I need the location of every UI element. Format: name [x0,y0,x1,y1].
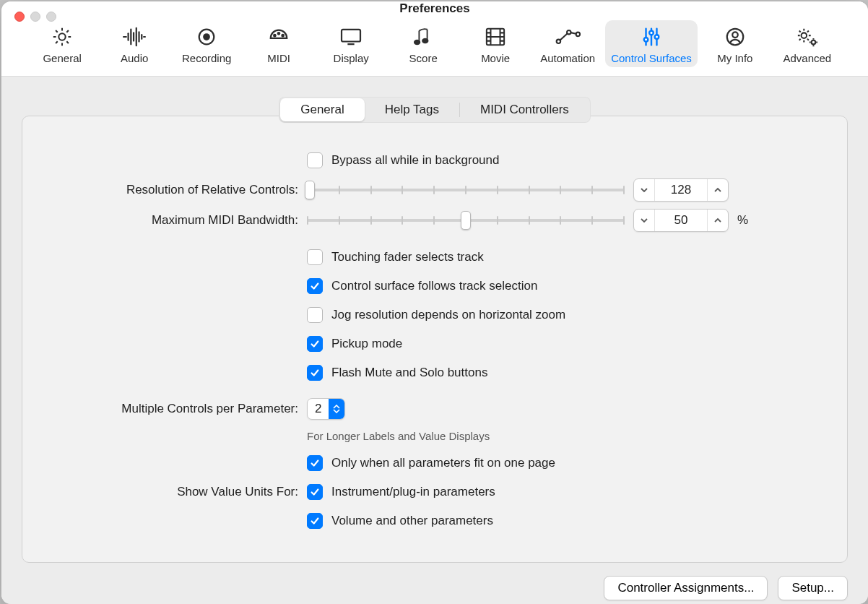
toolbar-tab-control-surfaces[interactable]: Control Surfaces [605,20,698,67]
titlebar: Preferences [1,1,868,16]
waveform-icon [121,26,147,48]
svg-point-42 [732,32,738,38]
toolbar-tab-label: Display [334,52,369,64]
svg-point-19 [422,39,428,43]
toolbar-tab-midi[interactable]: MIDI [244,20,313,67]
toolbar-tab-recording[interactable]: Recording [172,20,241,67]
svg-rect-14 [342,30,360,42]
window-title: Preferences [399,1,469,16]
toolbar-tab-label: General [43,52,81,64]
window-controls [14,12,56,22]
flash-mute-solo-checkbox[interactable] [307,365,323,381]
units-volume-label: Volume and other parameters [331,514,493,528]
multi-per-param-value: 2 [308,402,329,416]
subtab-help-tags[interactable]: Help Tags [365,98,459,121]
max-midi-bandwidth-unit: % [737,213,748,228]
settings-panel: Bypass all while in background Resolutio… [22,116,848,563]
resolution-relative-stepper[interactable]: 128 [633,178,729,202]
multi-per-param-popup[interactable]: 2 [307,398,345,420]
toolbar-tab-audio[interactable]: Audio [100,20,169,67]
svg-line-34 [571,33,576,34]
zoom-button[interactable] [46,12,56,22]
toolbar-tab-label: My Info [717,52,752,64]
gear-icon [49,26,75,48]
only-when-fit-checkbox[interactable] [307,455,323,471]
toolbar-tab-label: Audio [121,52,148,64]
touch-fader-label: Touching fader selects track [331,250,484,264]
resolution-relative-value: 128 [654,179,708,201]
setup-button[interactable]: Setup... [778,576,848,600]
svg-point-11 [274,35,275,36]
toolbar-tab-automation[interactable]: Automation [533,20,602,67]
stepper-decrement-icon[interactable] [634,179,654,201]
preferences-window: Preferences General [1,1,868,604]
toolbar-tab-label: Control Surfaces [611,52,692,64]
flash-mute-solo-label: Flash Mute and Solo buttons [331,366,487,380]
max-midi-bandwidth-stepper[interactable]: 50 [633,209,729,232]
svg-point-36 [644,38,648,42]
toolbar-tab-label: Score [409,52,438,64]
units-instrument-checkbox[interactable] [307,484,323,500]
units-volume-checkbox[interactable] [307,513,323,529]
bypass-background-checkbox[interactable] [307,152,323,168]
show-value-units-label: Show Value Units For: [45,485,307,499]
display-icon [338,26,364,48]
music-notes-icon [410,26,436,48]
film-icon [482,26,508,48]
toolbar-tab-general[interactable]: General [27,20,97,67]
controller-assignments-button[interactable]: Controller Assignments... [604,576,768,600]
max-midi-bandwidth-value: 50 [654,210,708,231]
pickup-mode-checkbox[interactable] [307,336,323,352]
jog-resolution-checkbox[interactable] [307,307,323,323]
jog-resolution-label: Jog resolution depends on horizontal zoo… [331,308,565,322]
svg-point-13 [282,35,284,36]
sliders-icon [638,26,664,48]
only-when-fit-label: Only when all parameters fit on one page [331,456,555,470]
toolbar-tab-advanced[interactable]: Advanced [773,20,842,67]
toolbar-tab-label: Recording [182,52,231,64]
multi-per-param-label: Multiple Controls per Parameter: [45,402,307,416]
max-midi-bandwidth-label: Maximum MIDI Bandwidth: [45,213,307,228]
touch-fader-checkbox[interactable] [307,249,323,265]
toolbar-tab-label: MIDI [267,52,290,64]
subtab-midi-controllers[interactable]: MIDI Controllers [460,98,589,121]
close-button[interactable] [14,12,25,22]
svg-point-12 [278,33,279,34]
person-circle-icon [722,26,748,48]
toolbar-tab-movie[interactable]: Movie [461,20,530,67]
svg-point-10 [204,34,209,40]
units-instrument-label: Instrument/plug-in parameters [331,485,495,499]
bottom-actions: Controller Assignments... Setup... [22,576,848,600]
automation-icon [555,26,581,48]
follow-track-checkbox[interactable] [307,278,323,294]
preferences-toolbar: General Audio [1,16,868,77]
toolbar-tab-my-info[interactable]: My Info [700,20,770,67]
pickup-mode-label: Pickup mode [331,337,402,351]
multi-per-param-hint: For Longer Labels and Value Displays [307,430,490,442]
toolbar-tab-score[interactable]: Score [389,20,458,67]
toolbar-tab-label: Movie [481,52,510,64]
svg-point-0 [58,33,65,40]
max-midi-bandwidth-slider[interactable] [307,211,625,230]
resolution-relative-label: Resolution of Relative Controls: [45,183,307,197]
svg-point-44 [811,40,815,45]
svg-point-18 [415,40,420,45]
stepper-increment-icon[interactable] [708,210,728,231]
svg-point-30 [557,40,560,43]
follow-track-label: Control surface follows track selection [331,279,537,293]
gears-icon [794,26,820,48]
svg-point-43 [801,33,807,38]
resolution-relative-slider[interactable] [307,181,625,199]
subtab-general[interactable]: General [280,98,364,121]
svg-point-32 [576,33,580,36]
toolbar-tab-label: Automation [540,52,595,64]
record-icon [194,26,220,48]
svg-line-33 [560,34,568,40]
midi-port-icon [266,26,292,48]
toolbar-tab-display[interactable]: Display [316,20,386,67]
stepper-decrement-icon[interactable] [634,210,654,231]
minimize-button[interactable] [30,12,40,22]
bypass-background-label: Bypass all while in background [331,153,499,168]
svg-point-38 [649,31,654,35]
stepper-increment-icon[interactable] [708,179,728,201]
